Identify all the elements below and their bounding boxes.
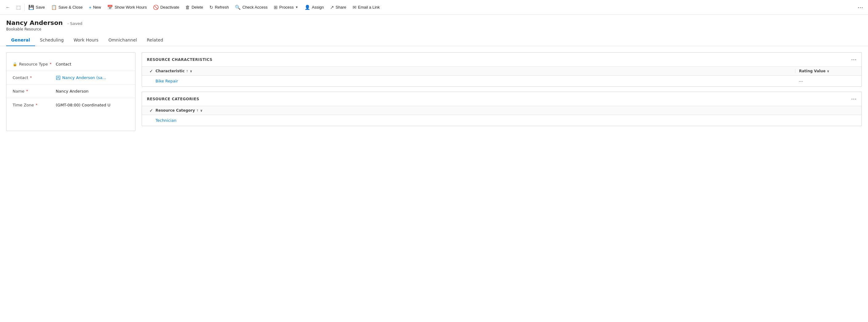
contact-label: Contact * (12, 75, 56, 80)
categories-header-checkbox[interactable]: ✓ (147, 108, 155, 113)
timezone-required: * (36, 103, 37, 107)
refresh-icon: ↻ (209, 5, 213, 10)
category-col-chevron[interactable]: ∨ (200, 109, 203, 113)
characteristic-sort-icon[interactable]: ↑ (186, 70, 188, 73)
record-title: Nancy Anderson - Saved (6, 19, 862, 27)
more-icon: ⋯ (858, 4, 863, 11)
characteristic-value[interactable]: Bike Repair (155, 79, 795, 83)
rating-value: --- (795, 79, 857, 83)
save-close-icon: 📋 (51, 5, 57, 10)
email-link-label: Email a Link (358, 5, 380, 9)
name-value[interactable]: Nancy Anderson (56, 89, 129, 94)
lock-icon: 🔒 (12, 62, 17, 66)
content-area: 🔒 Resource Type * Contact Contact * (0, 46, 868, 137)
show-work-hours-label: Show Work Hours (115, 5, 147, 9)
category-col-header[interactable]: Resource Category ↑ ∨ (155, 108, 857, 113)
contact-label-text: Contact (12, 75, 28, 80)
show-work-hours-button[interactable]: 📅 Show Work Hours (104, 3, 150, 12)
rating-col-chevron[interactable]: ∨ (827, 69, 830, 73)
share-label: Share (336, 5, 346, 9)
save-close-button[interactable]: 📋 Save & Close (48, 3, 86, 12)
contact-icon (56, 75, 61, 80)
share-button[interactable]: ↗ Share (327, 3, 349, 12)
record-subtitle: Bookable Resource (6, 27, 862, 31)
form-row-timezone: Time Zone * (GMT-08:00) Coordinated U (6, 98, 135, 112)
resource-characteristics-title: RESOURCE CHARACTERISTICS (147, 58, 213, 62)
check-header-icon: ✓ (149, 69, 153, 73)
resource-characteristics-panel: RESOURCE CHARACTERISTICS ⋯ ✓ Characteris… (142, 52, 862, 87)
resource-type-value[interactable]: Contact (56, 62, 129, 66)
resource-characteristics-grid: ✓ Characteristic ↑ ∨ Rating Value ∨ (142, 67, 862, 86)
form-row-name: Name * Nancy Anderson (6, 84, 135, 98)
right-panels: RESOURCE CHARACTERISTICS ⋯ ✓ Characteris… (142, 52, 862, 131)
check-access-label: Check Access (242, 5, 268, 9)
new-button[interactable]: + New (86, 3, 104, 12)
characteristics-header-checkbox[interactable]: ✓ (147, 69, 155, 73)
category-value[interactable]: Technician (155, 118, 857, 123)
separator-1 (24, 4, 25, 11)
back-button[interactable]: ← (2, 3, 13, 12)
saved-badge: - Saved (67, 21, 83, 26)
deactivate-icon: 🚫 (153, 5, 159, 10)
resource-categories-header: RESOURCE CATEGORIES ⋯ (142, 92, 862, 106)
process-chevron-icon: ▼ (295, 5, 298, 9)
resource-categories-title: RESOURCE CATEGORIES (147, 97, 199, 101)
toolbar: ← ⬚ 💾 Save 📋 Save & Close + New 📅 Show W… (0, 0, 868, 15)
rating-col-header[interactable]: Rating Value ∨ (795, 69, 857, 73)
tab-bar: General Scheduling Work Hours Omnichanne… (0, 34, 868, 46)
check-access-button[interactable]: 🔍 Check Access (232, 3, 271, 12)
tab-scheduling[interactable]: Scheduling (35, 34, 69, 46)
deactivate-button[interactable]: 🚫 Deactivate (150, 3, 182, 12)
resource-categories-more-button[interactable]: ⋯ (851, 96, 857, 102)
process-button[interactable]: ⊞ Process ▼ (271, 3, 302, 12)
check-access-icon: 🔍 (235, 5, 241, 10)
delete-label: Delete (191, 5, 203, 9)
resource-type-label-text: Resource Type (19, 62, 48, 66)
share-icon: ↗ (330, 5, 334, 10)
deactivate-label: Deactivate (160, 5, 179, 9)
name-label: Name * (12, 89, 56, 94)
new-icon: + (89, 5, 91, 10)
category-sort-icon[interactable]: ↑ (196, 109, 198, 112)
categories-grid-header: ✓ Resource Category ↑ ∨ (142, 106, 862, 115)
characteristic-col-header[interactable]: Characteristic ↑ ∨ (155, 69, 795, 73)
contact-name: Nancy Anderson (sa... (62, 75, 106, 80)
tab-general[interactable]: General (6, 34, 35, 46)
tab-related[interactable]: Related (142, 34, 168, 46)
process-icon: ⊞ (274, 5, 278, 10)
save-button[interactable]: 💾 Save (25, 3, 48, 12)
popout-button[interactable]: ⬚ (13, 3, 24, 12)
assign-icon: 👤 (305, 5, 310, 10)
assign-button[interactable]: 👤 Assign (302, 3, 327, 12)
tab-omnichannel[interactable]: Omnichannel (103, 34, 142, 46)
form-panel: 🔒 Resource Type * Contact Contact * (6, 52, 135, 131)
category-col-label: Resource Category (155, 108, 195, 113)
characteristic-col-chevron[interactable]: ∨ (190, 69, 192, 73)
more-button[interactable]: ⋯ (855, 3, 866, 12)
tab-work-hours[interactable]: Work Hours (69, 34, 103, 46)
resource-categories-panel: RESOURCE CATEGORIES ⋯ ✓ Resource Categor… (142, 92, 862, 126)
popout-icon: ⬚ (16, 5, 21, 10)
process-label: Process (279, 5, 294, 9)
delete-button[interactable]: 🗑 Delete (182, 3, 206, 12)
refresh-button[interactable]: ↻ Refresh (206, 3, 232, 12)
timezone-label: Time Zone * (12, 103, 56, 107)
resource-characteristics-header: RESOURCE CHARACTERISTICS ⋯ (142, 52, 862, 67)
name-label-text: Name (12, 89, 24, 94)
save-label: Save (36, 5, 45, 9)
resource-type-label: 🔒 Resource Type * (12, 62, 56, 66)
contact-value[interactable]: Nancy Anderson (sa... (56, 75, 129, 80)
svg-point-1 (58, 77, 59, 78)
resource-type-required: * (50, 62, 52, 66)
record-name: Nancy Anderson (6, 19, 63, 27)
assign-label: Assign (312, 5, 324, 9)
timezone-value[interactable]: (GMT-08:00) Coordinated U (56, 103, 129, 107)
back-icon: ← (5, 5, 10, 10)
form-row-resource-type: 🔒 Resource Type * Contact (6, 58, 135, 71)
resource-characteristics-more-button[interactable]: ⋯ (851, 56, 857, 63)
email-link-button[interactable]: ✉ Email a Link (349, 3, 383, 12)
email-link-icon: ✉ (352, 5, 356, 10)
save-icon: 💾 (28, 5, 34, 10)
new-label: New (93, 5, 101, 9)
refresh-label: Refresh (215, 5, 229, 9)
